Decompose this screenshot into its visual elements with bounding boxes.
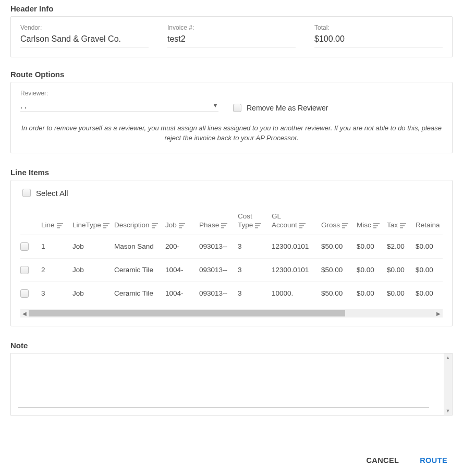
table-row: 3JobCeramic Tile1004-093013--310000.$50.… xyxy=(20,282,443,305)
header-info-panel: Vendor: Carlson Sand & Gravel Co. Invoic… xyxy=(10,16,453,57)
cell-misc: $0.00 xyxy=(357,242,387,250)
sort-icon xyxy=(255,223,261,228)
cell-glaccount: 12300.0101 xyxy=(272,266,321,274)
cell-gross: $50.00 xyxy=(321,289,357,297)
line-items-grid: Line LineType Description Job Phase Cost… xyxy=(20,208,443,318)
col-description[interactable]: Description xyxy=(114,221,165,230)
col-job[interactable]: Job xyxy=(165,221,199,230)
cell-linetype: Job xyxy=(72,266,114,274)
scroll-down-icon[interactable]: ▼ xyxy=(446,407,450,415)
invoice-label: Invoice #: xyxy=(167,24,296,31)
sort-icon xyxy=(299,223,306,228)
col-line[interactable]: Line xyxy=(41,221,72,230)
remove-me-checkbox[interactable] xyxy=(233,104,241,112)
scroll-left-icon[interactable]: ◀ xyxy=(20,311,29,316)
cell-gross: $50.00 xyxy=(321,266,357,274)
sort-icon xyxy=(152,223,158,228)
select-all-label: Select All xyxy=(36,189,68,198)
cell-retainage: $0.00 xyxy=(416,266,443,274)
sort-icon xyxy=(221,223,227,228)
col-costtype[interactable]: Cost Type xyxy=(238,212,272,230)
cell-misc: $0.00 xyxy=(357,289,387,297)
cell-costtype: 3 xyxy=(238,242,272,250)
grid-horizontal-scrollbar[interactable]: ◀ ▶ xyxy=(20,309,443,318)
note-panel: ▲ ▼ xyxy=(10,353,453,416)
cell-phase: 093013-- xyxy=(199,242,238,250)
table-row: 1JobMason Sand200-093013--312300.0101$50… xyxy=(20,235,443,258)
line-items-panel: Select All Line LineType Description Job… xyxy=(10,180,453,327)
cell-line: 3 xyxy=(41,289,72,297)
vendor-value: Carlson Sand & Gravel Co. xyxy=(20,33,149,47)
cell-job: 1004- xyxy=(165,289,199,297)
sort-icon xyxy=(373,223,380,228)
cancel-button[interactable]: CANCEL xyxy=(366,456,399,465)
route-options-panel: Reviewer: , , ▼ Remove Me as Reviewer In… xyxy=(10,82,453,153)
col-phase[interactable]: Phase xyxy=(199,221,238,230)
chevron-down-icon: ▼ xyxy=(212,102,218,109)
table-row: 2JobCeramic Tile1004-093013--312300.0101… xyxy=(20,258,443,282)
row-checkbox[interactable] xyxy=(20,266,29,274)
cell-description: Ceramic Tile xyxy=(114,266,165,274)
cell-costtype: 3 xyxy=(238,266,272,274)
invoice-value: test2 xyxy=(167,33,296,47)
reviewer-select[interactable]: , , ▼ xyxy=(20,99,218,112)
note-title: Note xyxy=(10,337,453,353)
cell-linetype: Job xyxy=(72,242,114,250)
route-options-title: Route Options xyxy=(10,66,453,82)
sort-icon xyxy=(342,223,348,228)
cell-phase: 093013-- xyxy=(199,289,238,297)
route-options-help-text: In order to remove yourself as a reviewe… xyxy=(20,124,443,143)
cell-tax: $0.00 xyxy=(387,289,416,297)
cell-description: Ceramic Tile xyxy=(114,289,165,297)
vendor-label: Vendor: xyxy=(20,24,149,31)
row-checkbox[interactable] xyxy=(20,289,29,298)
cell-glaccount: 10000. xyxy=(272,289,321,297)
cell-tax: $0.00 xyxy=(387,266,416,274)
col-linetype[interactable]: LineType xyxy=(72,221,114,230)
sort-icon xyxy=(400,223,406,228)
reviewer-value: , , xyxy=(20,101,27,109)
scroll-up-icon[interactable]: ▲ xyxy=(446,353,450,362)
col-tax[interactable]: Tax xyxy=(387,221,416,230)
line-items-title: Line Items xyxy=(10,164,453,180)
cell-retainage: $0.00 xyxy=(416,242,443,250)
remove-me-label: Remove Me as Reviewer xyxy=(247,104,328,112)
note-vertical-scrollbar[interactable]: ▲ ▼ xyxy=(444,353,452,415)
cell-misc: $0.00 xyxy=(357,266,387,274)
sort-icon xyxy=(57,223,63,228)
cell-description: Mason Sand xyxy=(114,242,165,250)
cell-job: 1004- xyxy=(165,266,199,274)
row-checkbox[interactable] xyxy=(20,242,29,251)
reviewer-label: Reviewer: xyxy=(20,90,218,97)
cell-retainage: $0.00 xyxy=(416,289,443,297)
cell-tax: $2.00 xyxy=(387,242,416,250)
note-textarea[interactable] xyxy=(11,353,444,415)
col-misc[interactable]: Misc xyxy=(357,221,387,230)
sort-icon xyxy=(179,223,185,228)
cell-glaccount: 12300.0101 xyxy=(272,242,321,250)
cell-line: 2 xyxy=(41,266,72,274)
cell-linetype: Job xyxy=(72,289,114,297)
cell-job: 200- xyxy=(165,242,199,250)
cell-phase: 093013-- xyxy=(199,266,238,274)
cell-costtype: 3 xyxy=(238,289,272,297)
sort-icon xyxy=(103,223,109,228)
total-value: $100.00 xyxy=(314,33,443,47)
route-button[interactable]: ROUTE xyxy=(420,456,447,465)
total-label: Total: xyxy=(314,24,443,31)
header-info-title: Header Info xyxy=(10,0,453,16)
scroll-right-icon[interactable]: ▶ xyxy=(434,311,443,316)
col-gross[interactable]: Gross xyxy=(321,221,357,230)
col-glaccount[interactable]: GL Account xyxy=(272,212,321,230)
cell-line: 1 xyxy=(41,242,72,250)
col-retainage[interactable]: Retaina xyxy=(416,221,443,230)
select-all-checkbox[interactable] xyxy=(22,189,31,197)
cell-gross: $50.00 xyxy=(321,242,357,250)
